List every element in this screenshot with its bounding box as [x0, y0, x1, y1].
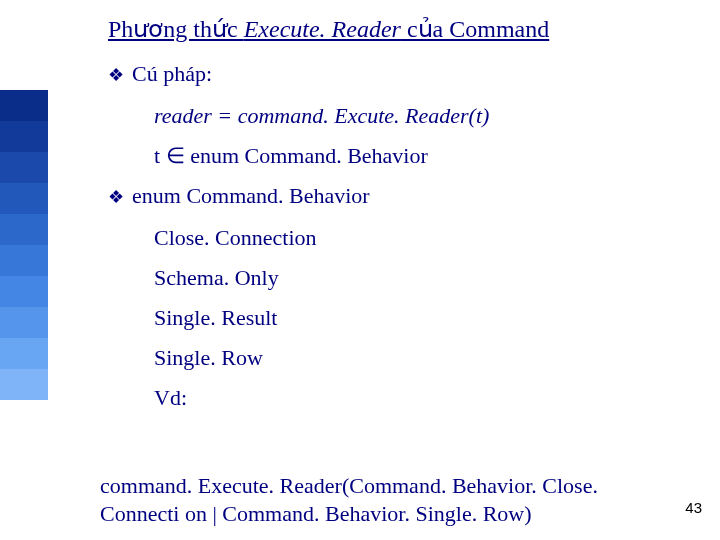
page-number: 43 — [685, 499, 702, 516]
sidebar-block — [0, 276, 48, 307]
title-emphasis: Execute. Reader — [244, 16, 401, 42]
slide: Phương thức Execute. Reader của Command … — [0, 0, 720, 540]
enum-item-single-result: Single. Result — [154, 305, 678, 331]
example-code: command. Execute. Reader(Command. Behavi… — [100, 472, 660, 527]
title-suffix: của Command — [401, 16, 549, 42]
bullet-syntax: ❖ Cú pháp: — [108, 61, 678, 89]
t-membership-line: t ∈ enum Command. Behavior — [154, 143, 678, 169]
title-prefix: Phương thức — [108, 16, 244, 42]
diamond-bullet-icon: ❖ — [108, 183, 124, 211]
enum-item-schema-only: Schema. Only — [154, 265, 678, 291]
bullet-enum-label: enum Command. Behavior — [132, 183, 370, 209]
example-label: Vd: — [154, 385, 678, 411]
enum-item-close-connection: Close. Connection — [154, 225, 678, 251]
sidebar-block — [0, 152, 48, 183]
reader-expression: reader = command. Excute. Reader(t) — [154, 103, 678, 129]
sidebar-block — [0, 245, 48, 276]
sidebar-block — [0, 338, 48, 369]
bullet-syntax-label: Cú pháp: — [132, 61, 212, 87]
sidebar-block — [0, 369, 48, 400]
element-of-symbol: ∈ — [166, 143, 185, 168]
slide-title: Phương thức Execute. Reader của Command — [108, 15, 549, 43]
bullet-enum: ❖ enum Command. Behavior — [108, 183, 678, 211]
t-suffix: enum Command. Behavior — [185, 143, 428, 168]
decorative-sidebar — [0, 90, 48, 400]
t-prefix: t — [154, 143, 166, 168]
diamond-bullet-icon: ❖ — [108, 61, 124, 89]
sidebar-block — [0, 214, 48, 245]
content-area: ❖ Cú pháp: reader = command. Excute. Rea… — [108, 55, 678, 425]
sidebar-block — [0, 90, 48, 121]
sidebar-block — [0, 307, 48, 338]
sidebar-block — [0, 183, 48, 214]
enum-item-single-row: Single. Row — [154, 345, 678, 371]
sidebar-block — [0, 121, 48, 152]
